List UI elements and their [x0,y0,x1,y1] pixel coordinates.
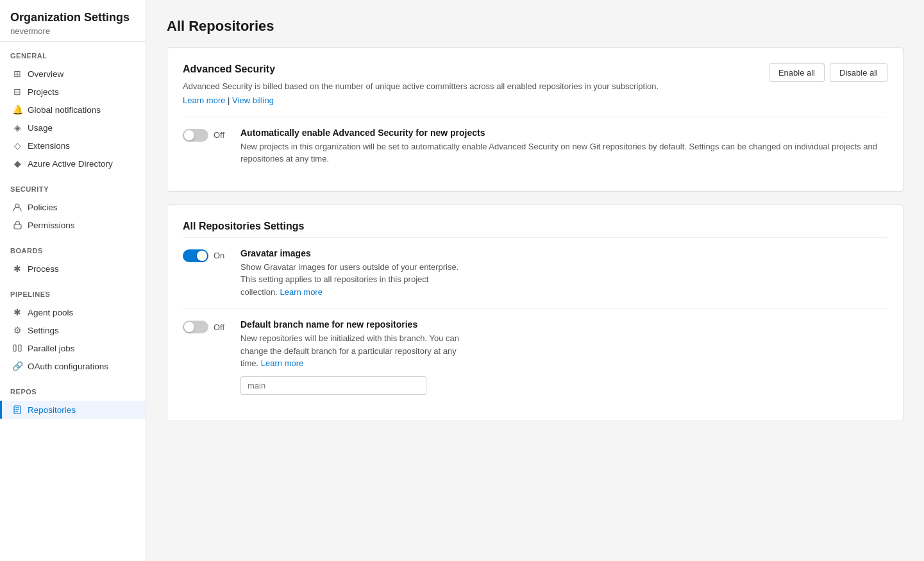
projects-icon: ⊟ [12,87,22,97]
default-branch-desc-line3: time. [240,358,258,368]
gravatar-desc-line3: collection. [240,287,278,297]
advsec-toggle-desc: New projects in this organization will b… [240,140,887,165]
advanced-security-title: Advanced Security [183,63,659,75]
sidebar-item-extensions-label: Extensions [28,141,70,151]
sidebar-item-extensions[interactable]: ◇ Extensions [0,137,146,155]
sidebar-item-permissions[interactable]: Permissions [0,216,146,234]
sidebar-item-permissions-label: Permissions [28,221,75,230]
gravatar-toggle-thumb [197,251,207,261]
view-billing-link[interactable]: View billing [232,96,274,105]
org-subtitle: nevermore [10,26,135,36]
advsec-toggle-title: Automatically enable Advanced Security f… [240,128,887,138]
gravatar-toggle-track[interactable] [183,249,208,262]
main-content: All Repositories Advanced Security Advan… [146,0,924,561]
sidebar-item-global-notifications-label: Global notifications [28,105,101,115]
default-branch-toggle[interactable] [183,321,208,333]
sidebar-section-security-label: Security [0,185,146,198]
advanced-security-card: Advanced Security Advanced Security is b… [167,47,903,192]
policies-icon [12,202,22,212]
default-branch-toggle-content: Default branch name for new repositories… [240,319,459,395]
agent-pools-icon: ✱ [12,307,22,317]
sidebar-section-pipelines-label: Pipelines [0,290,146,303]
sidebar-item-aad-label: Azure Active Directory [28,159,113,169]
default-branch-toggle-row: Off Default branch name for new reposito… [183,308,887,405]
sidebar: Organization Settings nevermore General … [0,0,146,561]
all-repositories-settings-card: All Repositories Settings On Gravatar im… [167,205,903,421]
advsec-toggle-content: Automatically enable Advanced Security f… [240,128,887,165]
advsec-toggle-track[interactable] [183,129,208,142]
gravatar-toggle-area: On [183,249,228,262]
sidebar-item-agent-pools-label: Agent pools [28,308,73,317]
card-header-advanced-security: Advanced Security Advanced Security is b… [183,63,887,117]
sidebar-item-repositories[interactable]: Repositories [0,401,146,419]
overview-icon: ⊞ [12,69,22,79]
sidebar-header: Organization Settings nevermore [0,0,146,42]
sidebar-item-parallel-jobs-label: Parallel jobs [28,344,75,353]
sidebar-section-repos-label: Repos [0,388,146,401]
aad-icon: ◆ [12,158,22,169]
sidebar-section-security: Security Policies Permissions [0,175,146,237]
advanced-security-desc: Advanced Security is billed based on the… [183,80,659,93]
default-branch-desc-line1: New repositories will be initialized wit… [240,333,459,343]
sidebar-section-pipelines: Pipelines ✱ Agent pools ⚙ Settings Paral… [0,280,146,378]
card-header-right: Enable all Disable all [769,63,887,82]
sidebar-section-boards-label: Boards [0,247,146,260]
sidebar-item-parallel-jobs[interactable]: Parallel jobs [0,339,146,357]
settings-icon: ⚙ [12,325,22,335]
sidebar-item-repositories-label: Repositories [28,405,76,415]
permissions-icon [12,220,22,230]
sidebar-item-overview-label: Overview [28,69,63,79]
parallel-jobs-icon [12,343,22,353]
default-branch-toggle-area: Off [183,321,228,333]
sidebar-item-overview[interactable]: ⊞ Overview [0,65,146,83]
sidebar-item-process[interactable]: ✱ Process [0,260,146,278]
gravatar-desc: Show Gravatar images for users outside o… [240,261,458,299]
sidebar-item-process-label: Process [28,264,59,274]
sidebar-item-policies-label: Policies [28,203,58,212]
enable-all-button[interactable]: Enable all [769,63,825,82]
sidebar-item-settings[interactable]: ⚙ Settings [0,321,146,339]
disable-all-button[interactable]: Disable all [830,63,887,82]
sidebar-item-settings-label: Settings [28,326,59,335]
gravatar-learn-more-link[interactable]: Learn more [280,287,322,297]
sidebar-item-oauth-configurations[interactable]: 🔗 OAuth configurations [0,357,146,375]
advsec-toggle[interactable] [183,129,208,142]
advanced-security-links: Learn more | View billing [183,96,659,105]
advsec-toggle-thumb [184,130,194,140]
sidebar-item-projects-label: Projects [28,87,59,97]
advanced-security-toggle-row: Off Automatically enable Advanced Securi… [183,117,887,176]
org-title: Organization Settings [10,10,135,25]
all-repos-settings-title: All Repositories Settings [183,221,887,232]
svg-rect-3 [19,345,21,351]
default-branch-desc: New repositories will be initialized wit… [240,332,459,370]
default-branch-desc-line2: change the default branch for a particul… [240,346,457,356]
svg-rect-2 [13,345,16,351]
sidebar-item-azure-active-directory[interactable]: ◆ Azure Active Directory [0,155,146,172]
sidebar-section-general: General ⊞ Overview ⊟ Projects 🔔 Global n… [0,42,146,175]
default-branch-toggle-label: Off [214,322,224,332]
gravatar-toggle-row: On Gravatar images Show Gravatar images … [183,237,887,309]
gravatar-title: Gravatar images [240,248,458,258]
sidebar-item-usage[interactable]: ◈ Usage [0,119,146,137]
sidebar-item-agent-pools[interactable]: ✱ Agent pools [0,303,146,321]
sidebar-item-policies[interactable]: Policies [0,198,146,216]
gravatar-toggle-label: On [214,251,224,260]
usage-icon: ◈ [12,122,22,133]
svg-rect-1 [14,224,21,229]
gravatar-desc-line2: This setting applies to all repositories… [240,274,428,284]
default-branch-learn-more-link[interactable]: Learn more [261,358,303,368]
repositories-icon [12,405,22,415]
branch-name-input[interactable] [240,376,426,395]
sidebar-item-oauth-label: OAuth configurations [28,362,108,371]
sidebar-section-boards: Boards ✱ Process [0,237,146,280]
gravatar-toggle[interactable] [183,249,208,262]
default-branch-toggle-thumb [184,322,194,332]
page-title: All Repositories [167,18,903,35]
default-branch-toggle-track[interactable] [183,321,208,333]
sidebar-item-global-notifications[interactable]: 🔔 Global notifications [0,101,146,119]
sidebar-item-projects[interactable]: ⊟ Projects [0,83,146,101]
oauth-icon: 🔗 [12,361,22,371]
learn-more-link[interactable]: Learn more [183,96,225,105]
process-icon: ✱ [12,264,22,274]
sidebar-item-usage-label: Usage [28,123,53,133]
